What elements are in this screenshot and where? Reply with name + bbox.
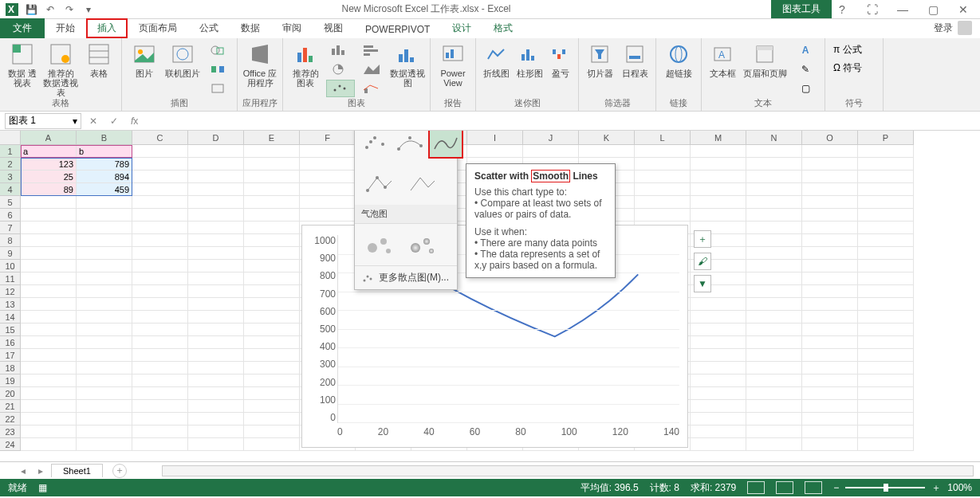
cell[interactable]	[691, 374, 746, 387]
row-header[interactable]: 4	[0, 183, 21, 196]
cell[interactable]	[300, 209, 356, 222]
row-header[interactable]: 23	[0, 425, 21, 438]
cell[interactable]	[746, 298, 802, 311]
view-pagebreak-button[interactable]	[805, 481, 822, 494]
cell[interactable]	[132, 260, 188, 273]
cell[interactable]	[244, 209, 300, 222]
cell[interactable]	[21, 247, 77, 260]
cell[interactable]	[802, 425, 858, 438]
cell[interactable]	[188, 387, 244, 400]
cell[interactable]	[21, 413, 77, 425]
cell[interactable]	[746, 273, 802, 285]
column-header[interactable]: O	[802, 131, 858, 145]
cell[interactable]	[802, 374, 858, 387]
column-chart-button[interactable]	[326, 41, 355, 59]
column-header[interactable]: I	[467, 131, 523, 145]
cell[interactable]	[188, 413, 244, 425]
cell[interactable]	[691, 413, 746, 425]
cell[interactable]	[746, 247, 802, 260]
zoom-in-icon[interactable]: ＋	[931, 481, 941, 495]
cell[interactable]	[132, 336, 188, 349]
sheet-tab-sheet1[interactable]: Sheet1	[51, 464, 103, 477]
cell[interactable]	[691, 209, 746, 222]
cell[interactable]	[77, 234, 132, 247]
more-scatter-charts-option[interactable]: 更多散点图(M)...	[355, 265, 457, 289]
recommended-charts-button[interactable]: 推荐的 图表	[288, 40, 323, 88]
cell[interactable]	[244, 196, 300, 209]
powerview-button[interactable]: Power View	[435, 40, 470, 88]
cell[interactable]	[802, 298, 858, 311]
cell[interactable]	[244, 171, 300, 183]
cell[interactable]	[802, 349, 858, 362]
cell[interactable]	[188, 336, 244, 349]
cell[interactable]	[77, 374, 132, 387]
cell[interactable]	[21, 273, 77, 285]
scatter-straight-markers-option[interactable]	[358, 168, 399, 200]
hyperlink-button[interactable]: 超链接	[661, 40, 696, 78]
cell[interactable]	[858, 145, 914, 158]
cell[interactable]: 894	[77, 171, 132, 183]
symbol-button[interactable]: Ω 符号	[830, 60, 878, 76]
cell[interactable]	[858, 273, 914, 285]
row-header[interactable]: 5	[0, 196, 21, 209]
cell[interactable]	[21, 438, 77, 451]
cell[interactable]	[244, 247, 300, 260]
tab-file[interactable]: 文件	[0, 18, 45, 38]
cell[interactable]	[132, 183, 188, 196]
row-header[interactable]: 18	[0, 362, 21, 374]
cell[interactable]	[132, 273, 188, 285]
cell[interactable]	[77, 324, 132, 336]
sparkline-line-button[interactable]: 折线图	[481, 40, 511, 78]
help-icon[interactable]: ?	[832, 3, 852, 16]
cell[interactable]	[21, 324, 77, 336]
column-header[interactable]: B	[77, 131, 132, 145]
cell[interactable]	[188, 183, 244, 196]
cell[interactable]	[746, 183, 802, 196]
cell[interactable]	[21, 285, 77, 298]
cell[interactable]	[188, 298, 244, 311]
equation-button[interactable]: π 公式	[830, 41, 878, 58]
cell[interactable]	[746, 387, 802, 400]
cell[interactable]	[858, 438, 914, 451]
cell[interactable]	[77, 438, 132, 451]
slicer-button[interactable]: 切片器	[584, 40, 616, 78]
cell[interactable]	[858, 324, 914, 336]
sparkline-column-button[interactable]: 柱形图	[514, 40, 545, 78]
cell[interactable]	[691, 425, 746, 438]
cell[interactable]	[244, 374, 300, 387]
cell[interactable]	[188, 196, 244, 209]
horizontal-scrollbar[interactable]	[162, 465, 974, 476]
cell[interactable]	[132, 171, 188, 183]
cell[interactable]	[802, 400, 858, 413]
cell[interactable]	[244, 324, 300, 336]
cell[interactable]	[244, 336, 300, 349]
cell[interactable]	[300, 145, 356, 158]
pie-chart-button[interactable]	[326, 61, 355, 78]
cell[interactable]	[188, 247, 244, 260]
cell[interactable]	[132, 209, 188, 222]
row-header[interactable]: 9	[0, 247, 21, 260]
cell[interactable]	[21, 387, 77, 400]
cell[interactable]	[21, 234, 77, 247]
screenshot-button[interactable]	[203, 80, 232, 97]
cell[interactable]	[858, 234, 914, 247]
cell[interactable]	[858, 209, 914, 222]
cell[interactable]	[21, 336, 77, 349]
row-header[interactable]: 1	[0, 145, 21, 158]
cell[interactable]	[188, 234, 244, 247]
row-header[interactable]: 7	[0, 222, 21, 234]
cell[interactable]	[188, 285, 244, 298]
bar-chart-button[interactable]	[358, 41, 387, 59]
macro-record-icon[interactable]: ▦	[38, 482, 47, 493]
cell[interactable]	[858, 387, 914, 400]
cell[interactable]	[77, 336, 132, 349]
row-header[interactable]: 12	[0, 285, 21, 298]
header-footer-button[interactable]: 页眉和页脚	[742, 40, 788, 78]
chart-brush-button[interactable]: 🖌	[694, 253, 711, 270]
cell[interactable]	[77, 209, 132, 222]
cell[interactable]	[188, 400, 244, 413]
cell[interactable]	[802, 260, 858, 273]
table-button[interactable]: 表格	[81, 40, 116, 78]
cell[interactable]	[802, 247, 858, 260]
bubble-3d-option[interactable]	[401, 229, 443, 261]
